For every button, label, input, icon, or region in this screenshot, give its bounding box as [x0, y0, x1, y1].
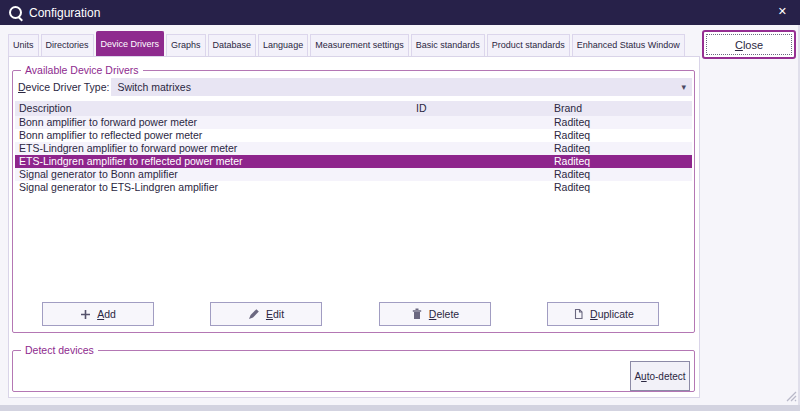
available-device-drivers-legend: Available Device Drivers — [21, 64, 143, 76]
cell-brand: Raditeq — [550, 142, 692, 155]
tab-device-drivers[interactable]: Device Drivers — [96, 31, 165, 56]
tab-graphs[interactable]: Graphs — [166, 34, 206, 56]
cell-description: Bonn amplifier to reflected power meter — [15, 129, 412, 142]
delete-button-label: Delete — [429, 308, 459, 320]
add-button[interactable]: Add — [42, 302, 154, 326]
tab-measurement-settings[interactable]: Measurement settings — [310, 34, 409, 56]
table-row[interactable]: Bonn amplifier to forward power meter Ra… — [15, 116, 692, 129]
plus-icon — [80, 309, 91, 320]
cell-brand: Raditeq — [550, 181, 692, 194]
duplicate-button-label: Duplicate — [590, 308, 634, 320]
window-edge-bottom — [0, 405, 800, 411]
cell-brand: Raditeq — [550, 155, 692, 168]
cell-description: Signal generator to ETS-Lindgren amplifi… — [15, 181, 412, 194]
window-title: Configuration — [29, 6, 100, 20]
cell-id — [412, 129, 550, 142]
detect-devices-group: Detect devices Auto-detect — [12, 344, 695, 392]
edit-button[interactable]: Edit — [210, 302, 322, 326]
pencil-icon — [248, 308, 260, 320]
device-driver-type-select[interactable]: Switch matrixes ▾ — [111, 78, 692, 96]
tab-product-standards[interactable]: Product standards — [487, 34, 570, 56]
edit-button-label: Edit — [266, 308, 284, 320]
cell-description: Signal generator to Bonn amplifier — [15, 168, 412, 181]
copy-icon — [572, 308, 584, 320]
tab-directories[interactable]: Directories — [41, 34, 94, 56]
tab-database[interactable]: Database — [208, 34, 257, 56]
column-header-brand[interactable]: Brand — [550, 101, 692, 116]
table-row[interactable]: Signal generator to Bonn amplifier Radit… — [15, 168, 692, 181]
cell-description: ETS-Lindgren amplifier to forward power … — [15, 142, 412, 155]
add-button-label: Add — [97, 308, 116, 320]
titlebar: Configuration ✕ — [0, 0, 800, 25]
cell-id — [412, 155, 550, 168]
tab-language[interactable]: Language — [258, 34, 308, 56]
device-driver-type-label: Device Driver Type: — [15, 81, 109, 93]
column-header-id[interactable]: ID — [412, 101, 550, 116]
close-icon[interactable]: ✕ — [778, 5, 787, 18]
close-button[interactable]: Close — [702, 30, 796, 59]
table-header-row: Description ID Brand — [15, 101, 692, 116]
cell-brand: Raditeq — [550, 168, 692, 181]
device-drivers-table: Description ID Brand Bonn amplifier to f… — [15, 101, 692, 194]
device-driver-type-row: Device Driver Type: Switch matrixes ▾ — [15, 78, 692, 96]
tab-strip: Units Directories Device Drivers Graphs … — [8, 31, 687, 56]
available-device-drivers-group: Available Device Drivers Device Driver T… — [12, 64, 695, 333]
chevron-down-icon: ▾ — [681, 82, 686, 92]
cell-brand: Raditeq — [550, 116, 692, 129]
trash-icon — [411, 308, 423, 320]
cell-id — [412, 181, 550, 194]
detect-devices-legend: Detect devices — [21, 344, 98, 356]
table-row[interactable]: ETS-Lindgren amplifier to forward power … — [15, 142, 692, 155]
auto-detect-button[interactable]: Auto-detect — [630, 361, 690, 391]
table-body: Bonn amplifier to forward power meter Ra… — [15, 116, 692, 194]
duplicate-button[interactable]: Duplicate — [547, 302, 659, 326]
close-button-label: Close — [706, 34, 792, 55]
device-driver-type-value: Switch matrixes — [117, 81, 191, 93]
tab-units[interactable]: Units — [8, 34, 39, 56]
tab-enhanced-status-window[interactable]: Enhanced Status Window — [572, 34, 685, 56]
app-logo-icon — [9, 6, 22, 19]
cell-brand: Raditeq — [550, 129, 692, 142]
cell-description: Bonn amplifier to forward power meter — [15, 116, 412, 129]
table-row-selected[interactable]: ETS-Lindgren amplifier to reflected powe… — [15, 155, 692, 168]
table-row[interactable]: Signal generator to ETS-Lindgren amplifi… — [15, 181, 692, 194]
tab-page-device-drivers: Available Device Drivers Device Driver T… — [8, 56, 700, 398]
resize-grip-icon[interactable] — [786, 391, 797, 404]
cell-id — [412, 168, 550, 181]
delete-button[interactable]: Delete — [379, 302, 491, 326]
configuration-dialog: Configuration ✕ Units Directories Device… — [0, 0, 800, 411]
table-row[interactable]: Bonn amplifier to reflected power meter … — [15, 129, 692, 142]
cell-id — [412, 116, 550, 129]
column-header-description[interactable]: Description — [15, 101, 412, 116]
cell-description: ETS-Lindgren amplifier to reflected powe… — [15, 155, 412, 168]
tab-basic-standards[interactable]: Basic standards — [411, 34, 485, 56]
cell-id — [412, 142, 550, 155]
